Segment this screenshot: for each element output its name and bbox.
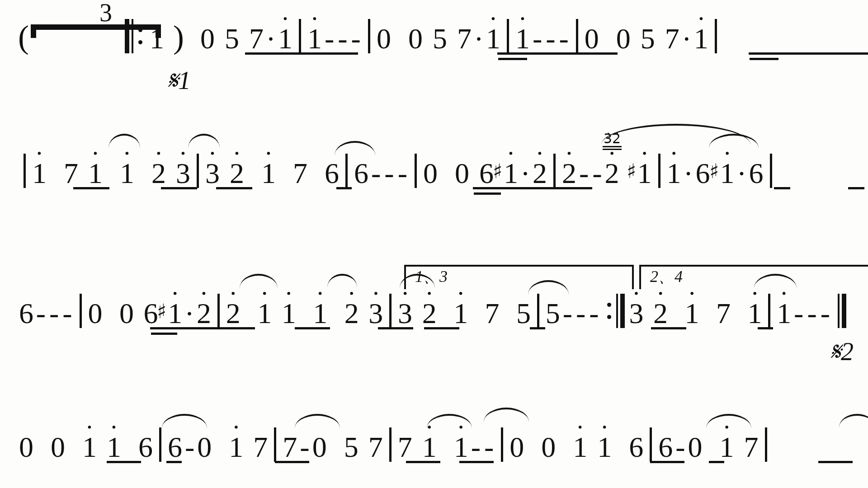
barline <box>368 19 370 53</box>
dash: - <box>323 24 336 53</box>
note: 0 <box>407 24 424 53</box>
barline <box>24 154 26 188</box>
note: 7 <box>456 24 472 53</box>
note: 7 <box>248 24 264 53</box>
repeat-end <box>604 294 625 328</box>
note: 5 <box>640 24 656 53</box>
volta-1: 1、3 <box>404 265 634 289</box>
note: 5 <box>224 24 240 53</box>
music-line-4: 0 0 1 1 6 6 - 0 1 7 7 - 0 5 7 7 1 1 -- 0… <box>18 427 850 462</box>
note: 0 <box>584 24 600 53</box>
segno-2: 𝄋2 <box>830 337 854 366</box>
note: 1 <box>149 24 165 53</box>
open-paren: ( <box>18 21 29 53</box>
note: 0 <box>615 24 632 53</box>
note: 5 <box>432 24 448 53</box>
note: 0 <box>199 24 216 53</box>
note: 1 <box>693 24 709 53</box>
note: 7 <box>664 24 680 53</box>
barline <box>299 19 301 53</box>
tuplet-number: 3 <box>99 0 112 27</box>
note: 1 <box>514 24 531 53</box>
barline <box>715 19 717 53</box>
note: 1 <box>307 24 323 53</box>
note: 0 <box>376 24 392 53</box>
rhythm-dot: · <box>264 24 277 53</box>
note: 1 <box>277 24 293 53</box>
final-barline <box>835 294 846 328</box>
music-line-2: 1 7 1 1 2 3 3 2 1 7 6 6 --- 0 0 6 1 · 2 … <box>18 154 850 188</box>
volta-2: 2、4 <box>639 265 868 289</box>
barline <box>507 19 509 53</box>
close-paren: ) <box>173 21 184 53</box>
note: 1 <box>485 24 501 53</box>
segno-1: 𝄋1 <box>167 66 191 95</box>
barline <box>576 19 578 53</box>
music-line-3: 6 --- 0 0 6 1 · 2 2 1 1 1 2 3 3 2 1 7 5 … <box>18 294 850 328</box>
